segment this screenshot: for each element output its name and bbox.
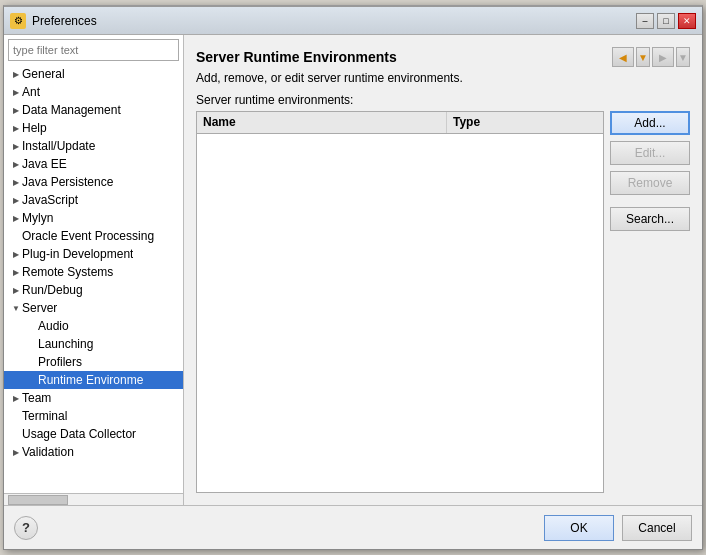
sidebar-item-javascript[interactable]: ▶ JavaScript <box>4 191 183 209</box>
sidebar-item-run-debug[interactable]: ▶ Run/Debug <box>4 281 183 299</box>
edit-button[interactable]: Edit... <box>610 141 690 165</box>
expand-icon: ▶ <box>10 140 22 152</box>
preferences-window: ⚙ Preferences – □ ✕ ▶ General ▶ <box>3 5 703 550</box>
expand-icon: ▶ <box>10 194 22 206</box>
right-panel: Server Runtime Environments ◀ ▼ ▶ ▼ Add,… <box>184 35 702 505</box>
type-column-header: Type <box>447 112 603 133</box>
search-button[interactable]: Search... <box>610 207 690 231</box>
sidebar-item-team[interactable]: ▶ Team <box>4 389 183 407</box>
panel-header: Server Runtime Environments ◀ ▼ ▶ ▼ <box>196 47 690 67</box>
forward-dropdown-button[interactable]: ▼ <box>676 47 690 67</box>
window-icon: ⚙ <box>10 13 26 29</box>
help-button[interactable]: ? <box>14 516 38 540</box>
sidebar-item-plugin[interactable]: ▶ Plug-in Development <box>4 245 183 263</box>
panel-description: Add, remove, or edit server runtime envi… <box>196 71 690 85</box>
runtime-environments-table: Name Type <box>196 111 604 493</box>
sidebar-item-oracle[interactable]: ▶ Oracle Event Processing <box>4 227 183 245</box>
sidebar-item-java-ee[interactable]: ▶ Java EE <box>4 155 183 173</box>
sidebar-item-usage[interactable]: ▶ Usage Data Collector <box>4 425 183 443</box>
ok-cancel-buttons: OK Cancel <box>544 515 692 541</box>
env-label: Server runtime environments: <box>196 93 690 107</box>
table-area: Name Type Add... Edit... Remove Search..… <box>196 111 690 493</box>
sidebar-item-audio[interactable]: ▶ Audio <box>4 317 183 335</box>
expand-icon: ▶ <box>10 284 22 296</box>
table-header: Name Type <box>197 112 603 134</box>
side-buttons: Add... Edit... Remove Search... <box>610 111 690 493</box>
sidebar-item-runtime-environments[interactable]: ▶ Runtime Environme <box>4 371 183 389</box>
sidebar-item-help[interactable]: ▶ Help <box>4 119 183 137</box>
expand-icon: ▶ <box>10 176 22 188</box>
search-input[interactable] <box>8 39 179 61</box>
back-dropdown-button[interactable]: ▼ <box>636 47 650 67</box>
table-body <box>197 134 603 492</box>
sidebar-item-data-management[interactable]: ▶ Data Management <box>4 101 183 119</box>
sidebar-item-remote[interactable]: ▶ Remote Systems <box>4 263 183 281</box>
cancel-button[interactable]: Cancel <box>622 515 692 541</box>
expand-icon: ▶ <box>10 212 22 224</box>
back-button[interactable]: ◀ <box>612 47 634 67</box>
window-controls: – □ ✕ <box>636 13 696 29</box>
expand-icon: ▶ <box>10 86 22 98</box>
expand-icon: ▶ <box>10 248 22 260</box>
expand-icon: ▶ <box>10 158 22 170</box>
panel-title: Server Runtime Environments <box>196 49 397 65</box>
sidebar-item-server[interactable]: ▼ Server <box>4 299 183 317</box>
sidebar-item-validation[interactable]: ▶ Validation <box>4 443 183 461</box>
sidebar-item-terminal[interactable]: ▶ Terminal <box>4 407 183 425</box>
expand-icon: ▶ <box>10 392 22 404</box>
ok-button[interactable]: OK <box>544 515 614 541</box>
forward-button[interactable]: ▶ <box>652 47 674 67</box>
maximize-button[interactable]: □ <box>657 13 675 29</box>
bottom-bar: ? OK Cancel <box>4 505 702 549</box>
collapse-icon: ▼ <box>10 302 22 314</box>
expand-icon: ▶ <box>10 266 22 278</box>
title-bar: ⚙ Preferences – □ ✕ <box>4 7 702 35</box>
main-area: ▶ General ▶ Ant ▶ Data Management ▶ Help <box>4 35 702 505</box>
sidebar-item-profilers[interactable]: ▶ Profilers <box>4 353 183 371</box>
expand-icon: ▶ <box>10 104 22 116</box>
add-button[interactable]: Add... <box>610 111 690 135</box>
sidebar-item-launching[interactable]: ▶ Launching <box>4 335 183 353</box>
sidebar-item-ant[interactable]: ▶ Ant <box>4 83 183 101</box>
remove-button[interactable]: Remove <box>610 171 690 195</box>
close-button[interactable]: ✕ <box>678 13 696 29</box>
sidebar: ▶ General ▶ Ant ▶ Data Management ▶ Help <box>4 35 184 505</box>
sidebar-item-general[interactable]: ▶ General <box>4 65 183 83</box>
expand-icon: ▶ <box>10 446 22 458</box>
window-content: ▶ General ▶ Ant ▶ Data Management ▶ Help <box>4 35 702 549</box>
tree-container: ▶ General ▶ Ant ▶ Data Management ▶ Help <box>4 65 183 493</box>
expand-icon: ▶ <box>10 122 22 134</box>
sidebar-item-mylyn[interactable]: ▶ Mylyn <box>4 209 183 227</box>
panel-nav: ◀ ▼ ▶ ▼ <box>612 47 690 67</box>
window-title: Preferences <box>32 14 636 28</box>
expand-icon: ▶ <box>10 68 22 80</box>
sidebar-item-java-persistence[interactable]: ▶ Java Persistence <box>4 173 183 191</box>
minimize-button[interactable]: – <box>636 13 654 29</box>
sidebar-scrollbar[interactable] <box>4 493 183 505</box>
sidebar-item-install-update[interactable]: ▶ Install/Update <box>4 137 183 155</box>
horizontal-scrollbar-thumb[interactable] <box>8 495 68 505</box>
name-column-header: Name <box>197 112 447 133</box>
